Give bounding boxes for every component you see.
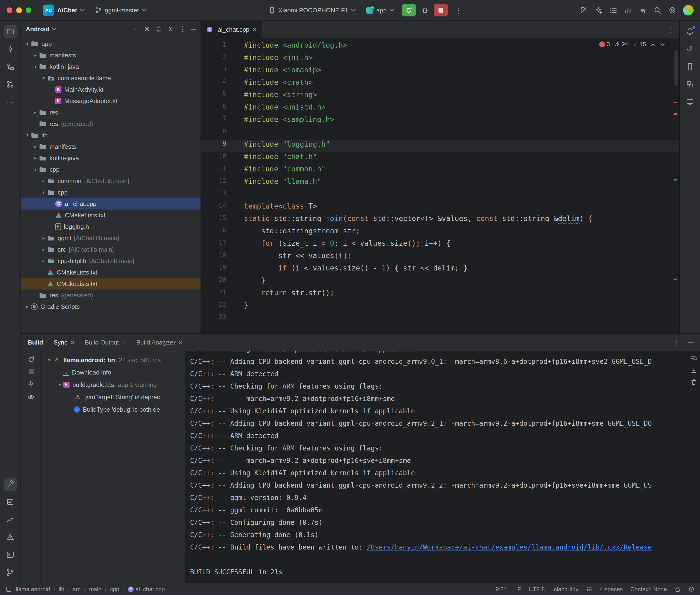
line-number[interactable]: 20 xyxy=(201,276,238,289)
tree-chevron-icon[interactable]: ▾ xyxy=(40,76,47,81)
code-line[interactable]: std::ostringstream str; xyxy=(238,227,679,239)
hide-build-panel-icon[interactable]: — xyxy=(688,340,694,345)
line-number[interactable]: 7 xyxy=(201,115,238,128)
breadcrumb-item[interactable]: cpp xyxy=(110,586,119,593)
code-line[interactable] xyxy=(238,313,679,326)
line-number[interactable]: 16 xyxy=(201,227,238,239)
line-number[interactable]: 15 xyxy=(201,214,238,227)
more-run-options-icon[interactable]: ⋮ xyxy=(453,6,464,15)
project-icon[interactable] xyxy=(4,25,17,38)
running-devices-icon[interactable] xyxy=(683,95,697,109)
line-number[interactable]: 3 xyxy=(201,66,238,78)
tree-item[interactable]: Hlogging.h xyxy=(21,221,200,232)
commit-icon[interactable] xyxy=(4,42,17,56)
close-window-button[interactable] xyxy=(7,7,12,13)
window-icon[interactable] xyxy=(6,586,12,592)
build-tab-sync[interactable]: Sync× xyxy=(54,339,74,346)
build-tree-item[interactable]: ▾⚠llama.android: fin22 sec, 583 ms xyxy=(42,354,185,366)
code-line[interactable]: #include "common.h" xyxy=(238,165,679,177)
tree-item[interactable]: res(generated) xyxy=(21,289,200,301)
code-line[interactable]: #include "chat.h" xyxy=(238,152,679,165)
code-line[interactable] xyxy=(238,190,679,202)
errors-badge[interactable]: !3 xyxy=(599,41,610,48)
tree-item[interactable]: ▾lib xyxy=(21,130,200,141)
hide-panel-icon[interactable]: — xyxy=(191,26,196,32)
tree-chevron-icon[interactable]: ▾ xyxy=(40,190,47,195)
more-tools-icon[interactable]: ⋯ xyxy=(4,95,17,109)
logcat-icon[interactable] xyxy=(4,495,17,509)
line-number[interactable]: 10 xyxy=(201,152,238,165)
project-selector[interactable]: AC AiChat xyxy=(40,3,88,18)
clear-console-icon[interactable] xyxy=(690,378,697,386)
profiler-icon[interactable] xyxy=(4,513,17,526)
tree-chevron-icon[interactable]: ▸ xyxy=(32,144,39,149)
zoom-window-button[interactable] xyxy=(26,7,31,13)
add-icon[interactable] xyxy=(132,26,139,33)
close-tab-icon[interactable]: × xyxy=(71,339,74,346)
build-tab-build-output[interactable]: Build Output× xyxy=(85,339,126,346)
error-stripe-mark[interactable] xyxy=(674,113,677,115)
gradle-icon[interactable] xyxy=(683,42,697,56)
breadcrumb-item[interactable]: lib xyxy=(59,586,64,593)
tree-item[interactable]: ▸common[AiChat.lib.main] xyxy=(21,175,200,187)
pull-requests-icon[interactable] xyxy=(4,78,17,91)
build-options-icon[interactable]: ⋮ xyxy=(671,338,682,347)
show-output-icon[interactable] xyxy=(27,393,35,401)
pin-icon[interactable] xyxy=(27,380,35,388)
code-line[interactable]: #include <unistd.h> xyxy=(238,103,679,115)
collapse-all-icon[interactable] xyxy=(167,26,174,33)
expand-all-icon[interactable] xyxy=(155,26,163,33)
breadcrumb-item[interactable]: main xyxy=(89,586,102,593)
tree-item[interactable]: res(generated) xyxy=(21,118,200,130)
locate-file-icon[interactable] xyxy=(143,26,150,33)
search-icon[interactable] xyxy=(653,6,662,14)
tree-chevron-icon[interactable]: ▸ xyxy=(24,304,31,309)
build-panel-title[interactable]: Build xyxy=(28,339,43,346)
line-number[interactable]: 11 xyxy=(201,165,238,177)
tree-item[interactable]: ▸cpp-httplib[AiChat.lib.main] xyxy=(21,255,200,267)
error-stripe-mark[interactable] xyxy=(674,279,677,280)
line-number[interactable]: 6 xyxy=(201,103,238,115)
tree-item[interactable]: ▾cpp xyxy=(21,187,200,198)
tree-chevron-icon[interactable]: ▸ xyxy=(40,247,47,252)
editor-code[interactable]: #include <android/log.h>#include <jni.h>… xyxy=(238,38,679,333)
code-line[interactable]: #include "llama.h" xyxy=(238,177,679,190)
tree-chevron-icon[interactable]: ▾ xyxy=(32,64,39,69)
tree-item[interactable]: ▸kotlin+java xyxy=(21,152,200,164)
caret-position[interactable]: 9:21 xyxy=(496,586,507,593)
settings-icon[interactable] xyxy=(668,6,676,14)
device-manager-icon[interactable] xyxy=(683,60,697,73)
editor-tab[interactable]: C ai_chat.cpp × xyxy=(201,21,262,38)
code-line[interactable]: #include <jni.h> xyxy=(238,53,679,66)
code-line[interactable]: } xyxy=(238,276,679,289)
panel-options-icon[interactable]: ⋮ xyxy=(179,26,186,32)
task-list-icon[interactable] xyxy=(609,6,617,14)
tree-chevron-icon[interactable]: ▸ xyxy=(40,178,47,183)
build-tab-build-analyzer[interactable]: Build Analyzer× xyxy=(136,339,183,346)
build-tree-item[interactable]: ⚠'jvmTarget: String' is deprec xyxy=(42,391,185,403)
code-line[interactable]: str << values[i]; xyxy=(238,251,679,264)
indent-settings-icon[interactable] xyxy=(586,586,592,592)
tree-chevron-icon[interactable]: ▾ xyxy=(46,358,53,363)
code-line[interactable]: #include <sampling.h> xyxy=(238,115,679,128)
code-line[interactable]: #include "logging.h" xyxy=(238,140,679,152)
line-number[interactable]: 18 xyxy=(201,251,238,264)
build-insights-icon[interactable] xyxy=(624,6,632,14)
tree-item[interactable]: ▸src[AiChat.lib.main] xyxy=(21,244,200,255)
build-tree-item[interactable]: iBuildType 'debug' is both de xyxy=(42,403,185,416)
tree-item[interactable]: ▸manifests xyxy=(21,141,200,152)
line-number[interactable]: 23 xyxy=(201,313,238,326)
close-tab-icon[interactable]: × xyxy=(179,339,183,346)
rerun-sync-icon[interactable] xyxy=(27,356,35,363)
tree-item[interactable]: KMessageAdapter.kt xyxy=(21,95,200,107)
tree-item[interactable]: ▾app xyxy=(21,38,200,50)
tree-chevron-icon[interactable]: ▸ xyxy=(32,53,39,58)
tree-chevron-icon[interactable]: ▸ xyxy=(32,155,39,161)
line-number[interactable]: 8 xyxy=(201,128,238,140)
tree-item[interactable]: ▸res xyxy=(21,107,200,118)
line-number[interactable]: 14 xyxy=(201,202,238,214)
structure-icon[interactable] xyxy=(4,60,17,73)
stop-sync-icon[interactable] xyxy=(29,369,34,374)
build-output-link[interactable]: /Users/hanyin/Workspace/ai-chat/examples… xyxy=(367,543,652,551)
device-mirror-icon[interactable] xyxy=(639,6,647,14)
